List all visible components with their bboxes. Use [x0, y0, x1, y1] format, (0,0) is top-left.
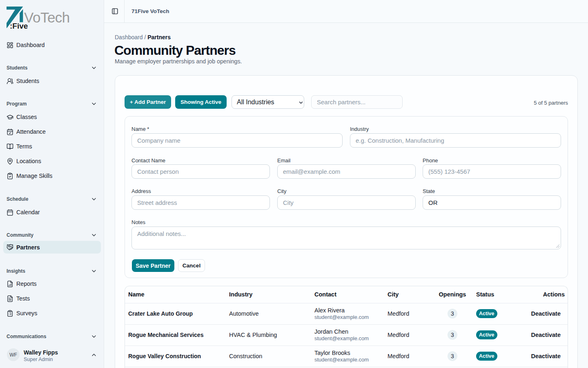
svg-text:VoTech: VoTech — [24, 9, 70, 25]
